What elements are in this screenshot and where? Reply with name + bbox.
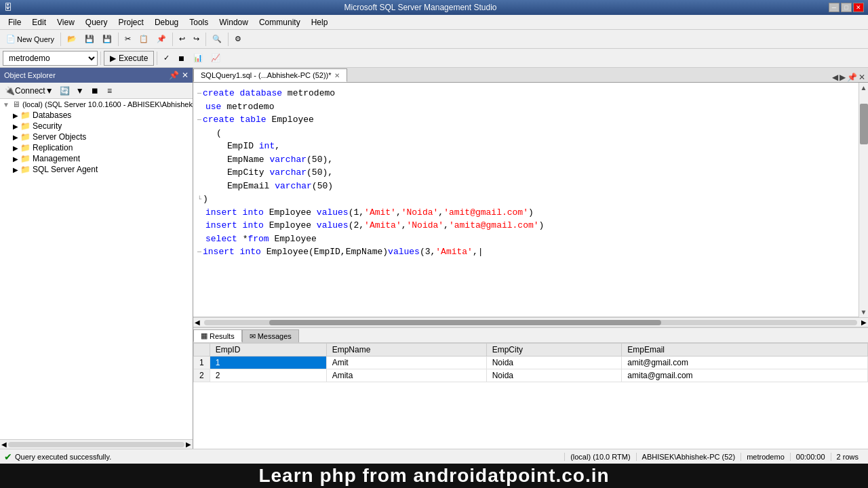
settings-btn[interactable]: ⚙ (231, 32, 245, 47)
management-expand-icon[interactable]: ▶ (11, 155, 20, 163)
header-empid: EmpID (210, 344, 326, 357)
tree-item-security[interactable]: ▶ 📁 Security (0, 121, 193, 131)
menu-debug[interactable]: Debug (149, 16, 184, 28)
menu-tools[interactable]: Tools (184, 16, 214, 28)
editor-hscrollbar[interactable]: ◀ ▶ (193, 317, 868, 327)
oe-connect-btn[interactable]: 🔌 Connect ▼ (1, 84, 57, 98)
hscroll-thumb[interactable] (269, 320, 661, 325)
oe-stop-btn[interactable]: ⏹ (88, 84, 102, 98)
tree-item-databases[interactable]: ▶ 📁 Databases (0, 110, 193, 121)
query-tab-active[interactable]: SQLQuery1.sql - (...Abhishek-PC (52))* ✕ (193, 68, 347, 82)
save-btn[interactable]: 💾 (81, 32, 98, 47)
query-tab-close[interactable]: ✕ (334, 72, 340, 79)
tab-nav-right[interactable]: ▶ (840, 73, 846, 82)
oe-scrollbar[interactable]: ◀ ▶ (0, 439, 193, 449)
results-tab[interactable]: ▦ Results (193, 329, 242, 342)
undo-btn[interactable]: ↩ (176, 32, 189, 47)
tree-item-server[interactable]: ▼ 🖥 (local) (SQL Server 10.0.1600 - ABHI… (0, 99, 193, 110)
tree-item-replication[interactable]: ▶ 📁 Replication (0, 142, 193, 153)
query-tab-label: SQLQuery1.sql - (...Abhishek-PC (52))* (201, 71, 332, 79)
oe-header-controls: 📌 ✕ (169, 70, 189, 80)
menu-file[interactable]: File (3, 16, 26, 28)
cell-empcity-1[interactable]: Noida (486, 357, 622, 369)
tab-close-pane[interactable]: ✕ (859, 73, 865, 82)
hscroll-left-btn[interactable]: ◀ (193, 319, 201, 326)
menu-community[interactable]: Community (254, 16, 306, 28)
copy-btn[interactable]: 📋 (136, 32, 152, 47)
oe-scroll-left[interactable]: ◀ (0, 441, 8, 448)
hscroll-track[interactable] (204, 320, 857, 325)
oe-summary-btn[interactable]: ≡ (103, 84, 117, 98)
messages-tab[interactable]: ✉ Messages (242, 329, 299, 342)
hscroll-right-btn[interactable]: ▶ (860, 319, 868, 326)
query-toolbar: metrodemo ▶ Execute ✓ ⏹ 📊 📈 (0, 49, 868, 68)
server-objects-folder-icon: 📁 (20, 132, 31, 142)
table-row[interactable]: 2 2 Amita Noida amita@gmail.com (194, 369, 868, 382)
cell-empid-2[interactable]: 2 (210, 369, 326, 382)
vscroll-thumb[interactable] (860, 104, 868, 144)
oe-scroll-track[interactable] (8, 442, 184, 447)
results-header-row: EmpID EmpName EmpCity EmpEmail (194, 344, 868, 357)
menu-project[interactable]: Project (113, 16, 149, 28)
oe-refresh-btn[interactable]: 🔄 (58, 84, 72, 98)
databases-expand-icon[interactable]: ▶ (11, 112, 20, 119)
collapse-13[interactable]: ─ (197, 247, 201, 258)
replication-expand-icon[interactable]: ▶ (11, 144, 20, 152)
new-query-button[interactable]: 📄 New Query (3, 32, 58, 47)
redo-btn[interactable]: ↪ (190, 32, 203, 47)
menu-query[interactable]: Query (80, 16, 113, 28)
cut-btn[interactable]: ✂ (121, 32, 134, 47)
collapse-1[interactable]: ─ (197, 89, 201, 99)
oe-toolbar: 🔌 Connect ▼ 🔄 ▼ ⏹ ≡ (0, 83, 193, 99)
code-line-6: EmpName varchar(50), (197, 153, 854, 167)
tree-item-server-objects[interactable]: ▶ 📁 Server Objects (0, 131, 193, 142)
sql-agent-expand-icon[interactable]: ▶ (11, 166, 20, 174)
tree-item-sql-agent[interactable]: ▶ 📁 SQL Server Agent (0, 164, 193, 175)
security-expand-icon[interactable]: ▶ (11, 123, 20, 130)
database-selector[interactable]: metrodemo (3, 51, 98, 66)
editor-vscrollbar[interactable]: ▲ ▼ (859, 83, 868, 317)
cell-empid-1[interactable]: 1 (210, 357, 326, 369)
oe-close-btn[interactable]: ✕ (182, 70, 189, 80)
cell-empname-2[interactable]: Amita (326, 369, 486, 382)
save-all-btn[interactable]: 💾 (99, 32, 115, 47)
server-objects-expand-icon[interactable]: ▶ (11, 134, 20, 141)
server-expand-icon[interactable]: ▼ (1, 101, 11, 108)
status-ok-icon: ✔ (4, 451, 12, 462)
paste-btn[interactable]: 📌 (153, 32, 170, 47)
search-btn[interactable]: 🔍 (209, 32, 225, 47)
stop-btn[interactable]: ⏹ (174, 51, 189, 66)
include-actual-plan-btn[interactable]: 📊 (190, 51, 206, 66)
refresh-icon: 🔄 (60, 86, 70, 96)
menu-view[interactable]: View (52, 16, 80, 28)
collapse-9[interactable]: └ (197, 195, 201, 205)
execute-button[interactable]: ▶ Execute (104, 51, 154, 66)
tab-pin-btn[interactable]: 📌 (847, 73, 857, 82)
show-client-stats-btn[interactable]: 📈 (208, 51, 224, 66)
oe-pin-btn[interactable]: 📌 (169, 70, 179, 80)
oe-filter-btn[interactable]: ▼ (73, 84, 87, 98)
object-explorer-panel: Object Explorer 📌 ✕ 🔌 Connect ▼ 🔄 ▼ ⏹ ≡ … (0, 68, 193, 449)
collapse-3[interactable]: ─ (197, 115, 201, 125)
cell-empemail-2[interactable]: amita@gmail.com (622, 369, 868, 382)
tab-nav-left[interactable]: ◀ (832, 73, 838, 82)
open-btn[interactable]: 📂 (64, 32, 80, 47)
menu-window[interactable]: Window (214, 16, 254, 28)
cell-empname-1[interactable]: Amit (326, 357, 486, 369)
tree-item-management[interactable]: ▶ 📁 Management (0, 153, 193, 164)
cell-empemail-1[interactable]: amit@gmail.com (622, 357, 868, 369)
row-num-2: 2 (194, 369, 210, 382)
cell-empcity-2[interactable]: Noida (486, 369, 622, 382)
toolbar-separator-5 (228, 33, 229, 46)
maximize-btn[interactable]: □ (841, 3, 852, 12)
menu-edit[interactable]: Edit (26, 16, 52, 28)
vscroll-up-btn[interactable]: ▲ (859, 83, 868, 93)
table-row[interactable]: 1 1 Amit Noida amit@gmail.com (194, 357, 868, 369)
query-editor[interactable]: ─ create database metrodemo use metrodem… (193, 83, 859, 317)
minimize-btn[interactable]: ─ (829, 3, 840, 12)
parse-btn[interactable]: ✓ (160, 51, 173, 66)
menu-help[interactable]: Help (306, 16, 334, 28)
oe-scroll-right[interactable]: ▶ (184, 441, 193, 448)
close-btn[interactable]: ✕ (853, 3, 864, 12)
vscroll-down-btn[interactable]: ▼ (859, 307, 868, 317)
